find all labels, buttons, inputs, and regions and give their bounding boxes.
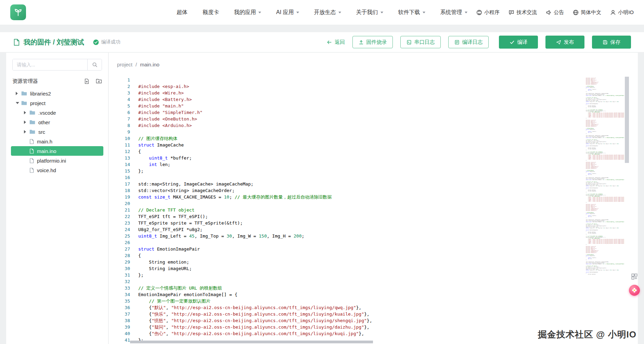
chevron-right-icon[interactable] — [16, 92, 21, 95]
tree-item-platformio-ini[interactable]: platformio.ini — [6, 156, 108, 165]
new-folder-button[interactable] — [96, 78, 102, 84]
search-input[interactable] — [13, 59, 87, 70]
nav-item-user-account[interactable]: 小明IO — [610, 9, 634, 16]
code-line[interactable]: 40 {"伤心", "http://esp-ai2.oss-cn-beijing… — [109, 330, 581, 337]
code-line[interactable]: 4#include <Battery.h> — [109, 96, 581, 103]
breadcrumb-project[interactable]: project — [117, 62, 132, 67]
code-line[interactable]: 15}; — [109, 168, 581, 174]
vertical-scrollbar[interactable] — [625, 77, 629, 344]
code-line[interactable]: 19const size_t MAX_CACHE_IMAGES = 10; //… — [109, 194, 581, 200]
chevron-down-icon — [381, 12, 383, 15]
code-line[interactable]: 8#include <Arduino.h> — [109, 122, 581, 129]
code-line[interactable]: 35 // 第一个图一定要放默认图片 — [109, 298, 581, 304]
nav-item-eduka[interactable]: 额度卡 — [203, 9, 219, 16]
code-line[interactable]: 32 — [109, 278, 581, 285]
nav-item-language[interactable]: 简体中文 — [573, 9, 601, 16]
chevron-right-icon[interactable] — [24, 130, 29, 133]
code-line[interactable]: 31}; — [109, 272, 581, 278]
new-file-button[interactable] — [84, 78, 90, 84]
code-line[interactable]: 36 {"默认", "http://esp-ai2.oss-cn-beijing… — [109, 304, 581, 311]
tree-item-libraries2[interactable]: libraries2 — [6, 89, 108, 98]
code-line[interactable]: 11struct ImageCache — [109, 142, 581, 148]
code-line[interactable]: 25uint8_t Img_Left = 45, Img_Top = 30, I… — [109, 233, 581, 239]
minimap[interactable]: #include <esp-ai.h>#include <Wire.h>#inc… — [586, 77, 624, 275]
compile-log-button[interactable]: 编译日志 — [448, 36, 489, 48]
tree-item-other[interactable]: other — [6, 117, 108, 127]
code-line[interactable]: 34EmotionImagePair emotionToImage[] = { — [109, 291, 581, 298]
code-line[interactable]: 16 — [109, 174, 581, 181]
tree-item-voice-hd[interactable]: voice.hd — [6, 165, 108, 175]
chevron-right-icon[interactable] — [24, 111, 29, 114]
save-button[interactable]: 保存 — [592, 36, 631, 49]
line-number: 39 — [109, 324, 130, 330]
logo[interactable] — [10, 4, 26, 20]
vertical-scrollbar-thumb[interactable] — [625, 77, 629, 163]
nav-item-ai-apps[interactable]: AI 应用 — [276, 9, 299, 16]
file-icon — [29, 168, 34, 173]
assistant-button[interactable] — [629, 285, 640, 296]
code-editor[interactable]: 1 2#include <esp-ai.h>3#include <Wire.h>… — [109, 77, 581, 344]
code-line-text: // Declare TFT object — [130, 207, 194, 213]
tree-item-main-ino[interactable]: main.ino — [11, 146, 103, 156]
nav-item-chaoti[interactable]: 超体 — [177, 9, 188, 16]
widget-panel-button[interactable] — [630, 272, 639, 281]
code-line[interactable]: 24U8g2_for_TFT_eSPI *u8g2; — [109, 226, 581, 233]
serial-log-button[interactable]: 串口日志 — [400, 36, 441, 48]
code-line-text: String emotion; — [130, 259, 189, 265]
compile-status: 编译成功 — [93, 39, 120, 45]
nav-item-label: 小明IO — [618, 9, 634, 16]
horizontal-scrollbar[interactable] — [130, 341, 581, 343]
code-line[interactable]: 9 — [109, 129, 581, 135]
nav-item-about-us[interactable]: 关于我们 — [356, 9, 383, 16]
search-button[interactable] — [87, 59, 102, 70]
code-line[interactable]: 38 {"愤怒", "http://esp-ai2.oss-cn-beijing… — [109, 317, 581, 324]
tree-item-vscode[interactable]: .vscode — [6, 108, 108, 117]
line-number: 2 — [109, 83, 130, 90]
code-line[interactable]: 17std::map<String, ImageCache> imageCach… — [109, 181, 581, 187]
code-line[interactable]: 5#include "main.h" — [109, 103, 581, 109]
code-line[interactable]: 29 String emotion; — [109, 259, 581, 265]
code-line[interactable]: 20 — [109, 200, 581, 207]
code-line[interactable]: 18std::vector<String> imageCacheOrder; — [109, 187, 581, 194]
code-line[interactable]: 30 String imageURL; — [109, 265, 581, 272]
back-button[interactable]: 返回 — [327, 39, 345, 46]
nav-item-system-admin[interactable]: 系统管理 — [440, 9, 467, 16]
announcement-icon — [546, 10, 552, 15]
code-line[interactable]: 1 — [109, 77, 581, 83]
nav-item-downloads[interactable]: 软件下载 — [398, 9, 425, 16]
tree-item-main-h[interactable]: main.h — [6, 137, 108, 146]
code-line[interactable]: 12{ — [109, 148, 581, 155]
compile-button[interactable]: 编译 — [499, 36, 538, 49]
code-line[interactable]: 14 int len; — [109, 161, 581, 168]
code-line-text: uint8_t *buffer; — [130, 155, 192, 161]
flash-firmware-button[interactable]: 固件烧录 — [352, 36, 393, 48]
line-number: 27 — [109, 246, 130, 252]
code-line[interactable]: 39 {"疑问", "http://esp-ai2.oss-cn-beijing… — [109, 324, 581, 330]
code-line[interactable]: 33// 定义一个情感与图片 URL 的映射数组 — [109, 285, 581, 291]
code-line[interactable]: 3#include <Wire.h> — [109, 90, 581, 96]
code-line[interactable]: 13 uint8_t *buffer; — [109, 155, 581, 161]
tree-item-src[interactable]: src — [6, 127, 108, 137]
horizontal-scrollbar-thumb[interactable] — [130, 341, 373, 343]
code-line[interactable]: 21// Declare TFT object — [109, 207, 581, 213]
code-line[interactable]: 6#include "SimpleTimer.h" — [109, 109, 581, 116]
chevron-down-icon[interactable] — [16, 101, 21, 106]
code-line[interactable]: 37 {"快乐", "http://esp-ai2.oss-cn-beijing… — [109, 311, 581, 317]
code-line[interactable]: 10// 图片缓存结构体 — [109, 135, 581, 142]
code-line[interactable]: 7#include <OneButton.h> — [109, 116, 581, 122]
code-line[interactable]: 26 — [109, 239, 581, 246]
tree-item-project[interactable]: project — [6, 98, 108, 108]
nav-item-mini-program[interactable]: 小程序 — [476, 9, 500, 16]
nav-item-open-ecosystem[interactable]: 开放生态 — [314, 9, 341, 16]
chevron-right-icon[interactable] — [24, 120, 29, 124]
code-line[interactable]: 23TFT_eSprite sprite = TFT_eSprite(&tft)… — [109, 220, 581, 226]
nav-item-my-apps[interactable]: 我的应用 — [234, 9, 261, 16]
code-line[interactable]: 2#include <esp-ai.h> — [109, 83, 581, 90]
chevron-down-icon — [296, 12, 299, 15]
nav-item-tech-chat[interactable]: 技术交流 — [508, 9, 537, 16]
code-line[interactable]: 27struct EmotionImagePair — [109, 246, 581, 252]
nav-item-announcement[interactable]: 公告 — [546, 9, 564, 16]
publish-button[interactable]: 发布 — [545, 36, 584, 49]
code-line[interactable]: 28{ — [109, 252, 581, 259]
code-line[interactable]: 22TFT_eSPI tft = TFT_eSPI(); — [109, 213, 581, 220]
